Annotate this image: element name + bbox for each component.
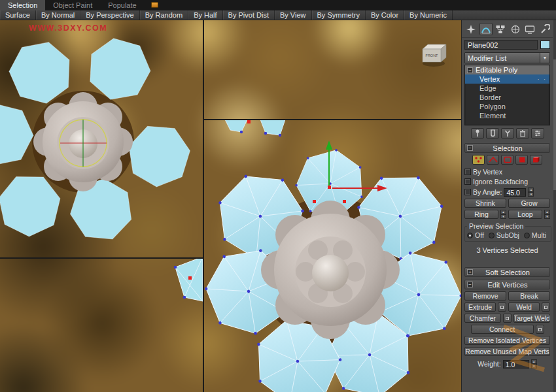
loop-spinner[interactable]: ▲▼ xyxy=(544,210,550,219)
viewport-top-left[interactable] xyxy=(0,33,201,244)
ignore-backfacing-checkbox[interactable] xyxy=(464,178,471,185)
settings-icon xyxy=(500,306,504,309)
tool-by-view[interactable]: By View xyxy=(275,10,312,20)
remove-button[interactable]: Remove xyxy=(464,291,506,301)
by-vertex-checkbox[interactable] xyxy=(464,169,471,175)
configure-modifier-sets-button[interactable] xyxy=(531,128,544,139)
loop-button[interactable]: Loop xyxy=(508,210,542,219)
hierarchy-tab[interactable] xyxy=(494,23,508,35)
stack-item-edge[interactable]: Edge xyxy=(465,84,549,93)
edge-mode-button[interactable] xyxy=(487,155,499,165)
shrink-button[interactable]: Shrink xyxy=(464,199,506,208)
tool-by-perspective[interactable]: By Perspective xyxy=(80,10,139,20)
ribbon-tab-selection[interactable]: Selection xyxy=(0,0,45,10)
preview-subobj-radio[interactable] xyxy=(489,233,495,238)
motion-tab[interactable] xyxy=(509,23,523,35)
preview-selection-label: Preview Selection xyxy=(467,222,525,230)
display-tab[interactable] xyxy=(523,23,537,35)
extrude-button[interactable]: Extrude xyxy=(464,302,496,312)
ribbon-tab-object-paint[interactable]: Object Paint xyxy=(45,0,100,10)
stack-item-vertex[interactable]: Vertex · · xyxy=(465,74,549,84)
tool-by-pivot-dist[interactable]: By Pivot Dist xyxy=(223,10,275,20)
stack-item-editable-poly[interactable]: − Editable Poly xyxy=(465,65,549,74)
selection-toolbar: Surface By Normal By Perspective By Rand… xyxy=(0,10,556,20)
ring-spinner[interactable]: ▲▼ xyxy=(500,210,506,219)
expand-icon[interactable]: + xyxy=(467,269,473,275)
petal-fragment xyxy=(225,120,285,137)
tool-by-random[interactable]: By Random xyxy=(140,10,188,20)
chamfer-button[interactable]: Chamfer xyxy=(464,314,501,323)
ribbon-tab-populate[interactable]: Populate xyxy=(100,0,144,10)
tool-by-half[interactable]: By Half xyxy=(188,10,222,20)
selection-rollout-header[interactable]: − Selection xyxy=(464,143,550,153)
object-color-swatch[interactable] xyxy=(540,41,550,49)
target-weld-button[interactable]: Target Weld xyxy=(513,314,550,323)
remove-unused-map-verts-button[interactable]: Remove Unused Map Verts xyxy=(464,347,550,356)
show-end-result-button[interactable] xyxy=(486,128,499,139)
weld-button[interactable]: Weld xyxy=(508,302,540,312)
rollout-title: Selection xyxy=(475,144,540,152)
y-axis-arrow[interactable] xyxy=(326,140,332,150)
pin-stack-button[interactable] xyxy=(471,128,484,139)
tool-surface[interactable]: Surface xyxy=(0,10,36,20)
flower-model-main[interactable] xyxy=(188,140,461,392)
tool-by-normal[interactable]: By Normal xyxy=(36,10,80,20)
stack-item-element[interactable]: Element xyxy=(465,111,549,120)
connect-button[interactable]: Connect xyxy=(471,325,534,334)
panel-scrollbar[interactable] xyxy=(553,20,556,392)
utilities-tab[interactable] xyxy=(538,23,552,35)
viewport-top-right[interactable]: FRONT xyxy=(423,44,446,67)
selection-status-text: 3 Vertices Selected xyxy=(464,246,550,254)
object-name-field[interactable]: Plane002 xyxy=(464,40,538,50)
view-cube[interactable]: FRONT xyxy=(423,44,446,67)
transform-gizmo-top[interactable] xyxy=(60,120,107,167)
panel-scrollbar-thumb[interactable] xyxy=(553,59,556,190)
tool-by-color[interactable]: By Color xyxy=(366,10,404,20)
weld-settings-button[interactable] xyxy=(542,302,550,312)
flower-model-top-view[interactable] xyxy=(0,33,201,244)
ribbon-box-icon[interactable] xyxy=(151,2,158,8)
by-angle-spinner[interactable]: ▲▼ xyxy=(528,188,534,197)
stack-item-polygon[interactable]: Polygon xyxy=(465,102,549,111)
selected-vertex-dot[interactable] xyxy=(188,276,192,280)
make-unique-icon xyxy=(503,129,512,138)
break-button[interactable]: Break xyxy=(508,291,550,301)
remove-isolated-vertices-button[interactable]: Remove Isolated Vertices xyxy=(464,336,550,345)
ring-button[interactable]: Ring xyxy=(464,210,498,219)
ignore-backfacing-label: Ignore Backfacing xyxy=(473,178,528,186)
by-angle-checkbox[interactable] xyxy=(464,189,471,195)
extrude-settings-button[interactable] xyxy=(498,302,506,312)
weight-spinner[interactable]: ▲▼ xyxy=(531,359,537,368)
viewport-bottom-left[interactable] xyxy=(174,257,203,301)
preview-multi-radio[interactable] xyxy=(524,233,530,238)
make-unique-button[interactable] xyxy=(501,128,514,139)
by-angle-row: By Angle: 45.0 ▲▼ xyxy=(464,188,550,197)
soft-selection-rollout-header[interactable]: + Soft Selection xyxy=(464,267,550,277)
dropdown-arrow-icon[interactable]: ▼ xyxy=(540,53,549,63)
preview-off-label: Off xyxy=(475,231,484,239)
polygon-mode-button[interactable] xyxy=(515,155,528,165)
vertex-mode-button[interactable] xyxy=(472,155,485,165)
tool-by-numeric[interactable]: By Numeric xyxy=(404,10,453,20)
viewport-overlay: FRONT xyxy=(0,20,461,392)
create-tab[interactable] xyxy=(464,23,478,35)
collapse-icon[interactable]: − xyxy=(467,67,473,73)
modifier-list-dropdown[interactable]: Modifier List ▼ xyxy=(464,52,550,63)
edit-vertices-rollout-header[interactable]: − Edit Vertices xyxy=(464,280,550,289)
remove-modifier-button[interactable] xyxy=(516,128,529,139)
stack-item-border[interactable]: Border xyxy=(465,93,549,102)
border-mode-button[interactable] xyxy=(501,155,513,165)
weight-field[interactable]: 1.0 xyxy=(503,360,529,368)
collapse-icon[interactable]: − xyxy=(467,282,473,287)
viewport-main[interactable] xyxy=(188,120,461,392)
viewport-area[interactable]: FRONT xyxy=(0,20,461,392)
preview-off-radio[interactable] xyxy=(467,233,473,238)
connect-settings-button[interactable] xyxy=(536,325,544,334)
tool-by-symmetry[interactable]: By Symmetry xyxy=(312,10,366,20)
collapse-icon[interactable]: − xyxy=(467,145,473,151)
grow-button[interactable]: Grow xyxy=(508,199,550,208)
element-mode-button[interactable] xyxy=(530,155,542,165)
by-angle-field[interactable]: 45.0 xyxy=(504,188,526,197)
chamfer-settings-button[interactable] xyxy=(503,314,512,323)
modify-tab[interactable] xyxy=(479,23,493,35)
